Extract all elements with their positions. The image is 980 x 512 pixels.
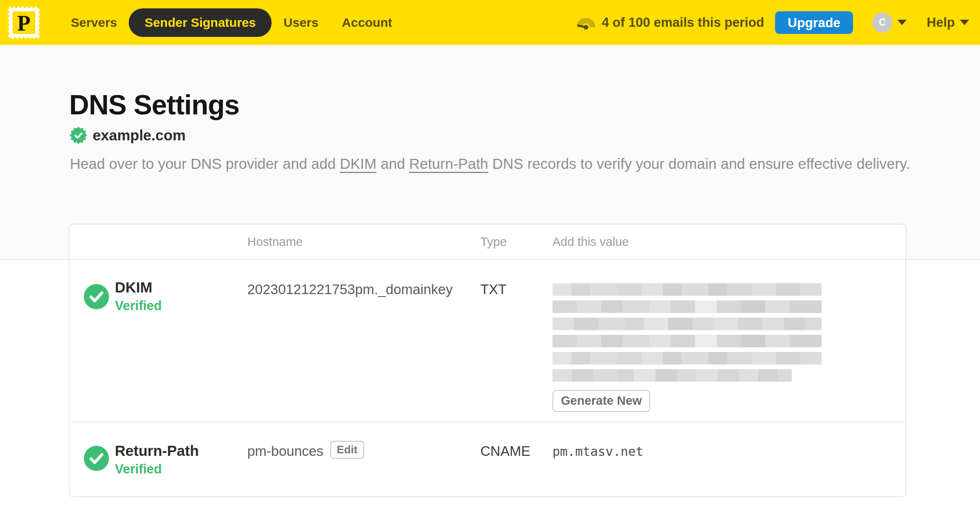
record-type: TXT bbox=[480, 260, 552, 421]
redacted-bar bbox=[552, 369, 792, 382]
redacted-bar bbox=[552, 352, 822, 365]
record-name: DKIM bbox=[115, 279, 247, 296]
nav-item-users[interactable]: Users bbox=[272, 8, 330, 37]
dns-settings-page: P Servers Sender Signatures Users Accoun… bbox=[0, 0, 980, 512]
return-path-link[interactable]: Return-Path bbox=[409, 155, 488, 172]
account-menu[interactable]: C bbox=[872, 13, 907, 33]
nav-item-servers[interactable]: Servers bbox=[59, 8, 129, 37]
redacted-bar bbox=[552, 335, 822, 347]
table-row-return-path: Return-Path Verified pm-bounces Edit CNA… bbox=[70, 422, 905, 495]
nav-item-account[interactable]: Account bbox=[330, 8, 404, 37]
check-circle-icon bbox=[84, 284, 109, 309]
status-badge: Verified bbox=[115, 298, 247, 313]
nav-item-sender-signatures[interactable]: Sender Signatures bbox=[129, 8, 272, 37]
record-type: CNAME bbox=[480, 422, 552, 495]
top-nav-bar: P Servers Sender Signatures Users Accoun… bbox=[0, 0, 980, 45]
help-label: Help bbox=[927, 15, 955, 30]
column-header-value: Add this value bbox=[552, 235, 890, 249]
edit-button[interactable]: Edit bbox=[330, 441, 364, 459]
intro-middle: and bbox=[376, 155, 409, 172]
nav-right-cluster: 4 of 100 emails this period Upgrade C He… bbox=[577, 11, 969, 34]
primary-nav-links: Servers Sender Signatures Users Account bbox=[59, 8, 404, 37]
svg-text:P: P bbox=[17, 11, 31, 35]
status-badge: Verified bbox=[115, 462, 247, 477]
page-title: DNS Settings bbox=[69, 89, 239, 121]
domain-row: example.com bbox=[70, 127, 186, 144]
avatar[interactable]: C bbox=[872, 13, 892, 33]
intro-tail: DNS records to verify your domain and en… bbox=[488, 155, 910, 172]
record-hostname: pm-bounces bbox=[247, 443, 324, 459]
table-row-dkim: DKIM Verified 20230121221753pm._domainke… bbox=[70, 260, 905, 422]
verified-seal-icon bbox=[70, 127, 87, 144]
redacted-bar bbox=[552, 300, 822, 313]
redacted-value-bars bbox=[552, 283, 822, 382]
redacted-bar bbox=[552, 283, 822, 296]
table-header-row: Hostname Type Add this value bbox=[70, 225, 905, 260]
redacted-bar bbox=[552, 318, 822, 330]
dns-records-card: Hostname Type Add this value DKIM Verifi… bbox=[69, 224, 906, 497]
intro-paragraph: Head over to your DNS provider and add D… bbox=[0, 153, 980, 174]
upgrade-button[interactable]: Upgrade bbox=[775, 11, 853, 34]
domain-name: example.com bbox=[93, 127, 186, 144]
record-name: Return-Path bbox=[115, 442, 247, 459]
dkim-link[interactable]: DKIM bbox=[340, 155, 377, 172]
usage-gauge-icon bbox=[577, 14, 596, 31]
chevron-down-icon bbox=[897, 20, 907, 25]
column-header-hostname: Hostname bbox=[247, 235, 480, 249]
intro-lead: Head over to your DNS provider and add bbox=[70, 155, 340, 172]
record-value: pm.mtasv.net bbox=[552, 422, 890, 495]
check-circle-icon bbox=[84, 446, 109, 471]
help-menu[interactable]: Help bbox=[927, 15, 969, 30]
usage-counter-text: 4 of 100 emails this period bbox=[601, 15, 764, 30]
postmark-stamp-logo-icon[interactable]: P bbox=[6, 5, 41, 40]
generate-new-button[interactable]: Generate New bbox=[552, 390, 650, 412]
chevron-down-icon bbox=[960, 20, 969, 25]
record-hostname: 20230121221753pm._domainkey bbox=[247, 260, 480, 421]
column-header-type: Type bbox=[480, 235, 552, 249]
